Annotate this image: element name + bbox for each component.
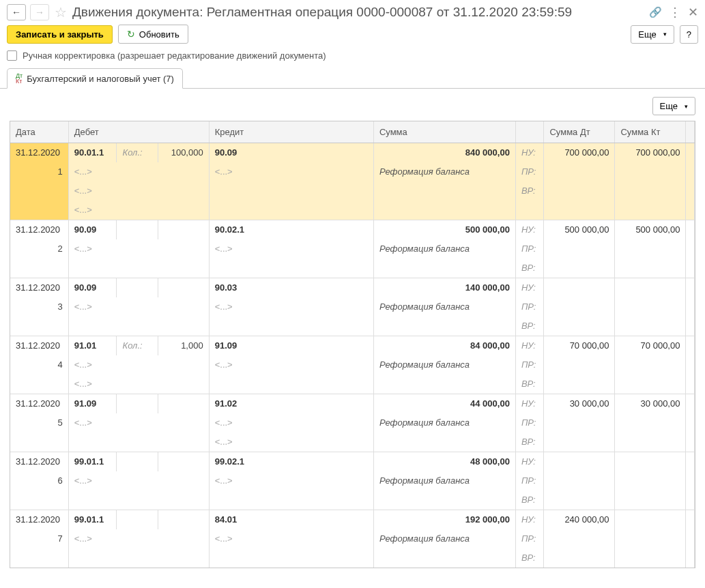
table-subrow[interactable]: <...>ВР: xyxy=(10,374,695,394)
table-subrow[interactable]: 4<...><...>Реформация балансаПР: xyxy=(10,355,695,374)
table-subrow[interactable]: ВР: xyxy=(10,548,695,568)
credit-account: 91.09 xyxy=(210,336,373,355)
tag: ВР: xyxy=(516,374,544,394)
tag: ВР: xyxy=(516,317,544,336)
debit-account: 99.01.1 xyxy=(69,452,117,471)
link-icon[interactable]: 🔗 xyxy=(649,6,662,18)
table-subrow[interactable]: 5<...><...>Реформация балансаПР: xyxy=(10,413,695,432)
kebab-menu-icon[interactable]: ⋮ xyxy=(669,5,681,20)
table-row[interactable]: 31.12.202090.01.1Кол.:100,00090.09840 00… xyxy=(10,143,695,163)
tag: ПР: xyxy=(516,355,544,374)
col-date[interactable]: Дата xyxy=(10,121,68,143)
debit-sub: <...> xyxy=(69,239,209,259)
table-row[interactable]: 31.12.202091.01Кол.:1,00091.0984 000,00Н… xyxy=(10,336,695,356)
table-subrow[interactable]: 2<...><...>Реформация балансаПР: xyxy=(10,239,695,259)
tag-nu: НУ: xyxy=(516,394,544,413)
table-subrow[interactable]: ВР: xyxy=(10,317,695,336)
entries-grid[interactable]: Дата Дебет Кредит Сумма Сумма Дт Сумма К… xyxy=(10,121,695,568)
table-row[interactable]: 31.12.202090.0990.02.1500 000,00НУ:500 0… xyxy=(10,220,695,240)
sum-kt xyxy=(615,510,685,529)
debit-qty xyxy=(158,452,209,471)
tag: ВР: xyxy=(516,181,544,201)
credit-account: 84.01 xyxy=(210,510,373,529)
manual-edit-checkbox[interactable] xyxy=(7,50,17,61)
help-button[interactable]: ? xyxy=(680,25,698,44)
refresh-button[interactable]: ↻ Обновить xyxy=(118,25,188,44)
debit-kol-label xyxy=(117,220,157,239)
forward-button[interactable]: → xyxy=(30,4,49,20)
credit-account: 91.02 xyxy=(210,394,373,413)
grid-more-button[interactable]: Еще ▾ xyxy=(652,97,695,115)
debit-account: 99.01.1 xyxy=(69,510,117,529)
debit-kol-label xyxy=(117,278,157,297)
table-subrow[interactable]: 6<...><...>Реформация балансаПР: xyxy=(10,471,695,490)
tag: ВР: xyxy=(516,259,544,278)
sum-kt: 500 000,00 xyxy=(615,220,685,239)
debit-qty xyxy=(158,278,209,297)
table-subrow[interactable]: 1<...><...>Реформация балансаПР: xyxy=(10,162,695,181)
row-number: 7 xyxy=(10,529,68,548)
sum-dt xyxy=(544,452,614,471)
tag-nu: НУ: xyxy=(516,336,544,355)
table-row[interactable]: 31.12.202090.0990.03140 000,00НУ: xyxy=(10,278,695,298)
date-cell: 31.12.2020 xyxy=(10,510,68,529)
tag xyxy=(516,201,544,220)
col-sum-dt[interactable]: Сумма Дт xyxy=(544,121,615,143)
favorite-star-icon[interactable]: ☆ xyxy=(55,4,67,20)
amount: 840 000,00 xyxy=(374,143,515,162)
tag: ВР: xyxy=(516,490,544,510)
amount: 84 000,00 xyxy=(374,336,515,355)
description: Реформация баланса xyxy=(374,413,515,432)
table-subrow[interactable]: 7<...><...>Реформация балансаПР: xyxy=(10,529,695,548)
row-number: 3 xyxy=(10,297,68,317)
sum-dt xyxy=(544,278,614,297)
debit-account: 90.09 xyxy=(69,220,117,239)
row-number: 6 xyxy=(10,471,68,490)
table-subrow[interactable]: ВР: xyxy=(10,259,695,278)
row-number: 2 xyxy=(10,239,68,259)
save-close-button[interactable]: Записать и закрыть xyxy=(7,25,113,44)
back-button[interactable]: ← xyxy=(7,4,26,20)
row-number: 4 xyxy=(10,355,68,374)
table-subrow[interactable]: 3<...><...>Реформация балансаПР: xyxy=(10,297,695,317)
col-sum-kt[interactable]: Сумма Кт xyxy=(615,121,686,143)
col-tag[interactable] xyxy=(515,121,544,143)
sum-dt: 30 000,00 xyxy=(544,394,614,413)
amount: 500 000,00 xyxy=(374,220,515,239)
table-row[interactable]: 31.12.202091.0991.0244 000,00НУ:30 000,0… xyxy=(10,394,695,414)
amount: 140 000,00 xyxy=(374,278,515,297)
date-cell: 31.12.2020 xyxy=(10,394,68,413)
amount: 192 000,00 xyxy=(374,510,515,529)
more-button[interactable]: Еще ▾ xyxy=(631,25,674,44)
col-tail xyxy=(686,121,695,143)
close-icon[interactable]: ✕ xyxy=(688,5,698,20)
col-debit[interactable]: Дебет xyxy=(68,121,209,143)
debit-sub: <...> xyxy=(69,201,209,220)
date-cell: 31.12.2020 xyxy=(10,143,68,162)
credit-sub: <...> xyxy=(210,471,373,490)
sum-kt: 30 000,00 xyxy=(615,394,685,413)
tab-accounting-label: Бухгалтерский и налоговый учет (7) xyxy=(27,74,174,84)
sum-kt: 700 000,00 xyxy=(615,143,685,162)
col-sum[interactable]: Сумма xyxy=(373,121,515,143)
table-subrow[interactable]: <...> xyxy=(10,201,695,220)
col-credit[interactable]: Кредит xyxy=(209,121,373,143)
sum-kt xyxy=(615,278,685,297)
table-subrow[interactable]: ВР: xyxy=(10,490,695,510)
tag: ПР: xyxy=(516,239,544,259)
debit-kol-label xyxy=(117,452,157,471)
table-subrow[interactable]: <...>ВР: xyxy=(10,181,695,201)
tab-accounting[interactable]: ДтКт Бухгалтерский и налоговый учет (7) xyxy=(7,68,183,89)
dtkt-icon: ДтКт xyxy=(16,73,23,84)
sum-kt: 70 000,00 xyxy=(615,336,685,355)
table-row[interactable]: 31.12.202099.01.199.02.148 000,00НУ: xyxy=(10,452,695,472)
credit-sub: <...> xyxy=(210,432,373,452)
description: Реформация баланса xyxy=(374,239,515,259)
credit-account: 90.09 xyxy=(210,143,373,162)
credit-account: 99.02.1 xyxy=(210,452,373,471)
table-subrow[interactable]: <...>ВР: xyxy=(10,432,695,452)
debit-sub: <...> xyxy=(69,374,209,394)
sum-dt: 70 000,00 xyxy=(544,336,614,355)
debit-kol-label: Кол.: xyxy=(117,143,157,162)
table-row[interactable]: 31.12.202099.01.184.01192 000,00НУ:240 0… xyxy=(10,510,695,530)
